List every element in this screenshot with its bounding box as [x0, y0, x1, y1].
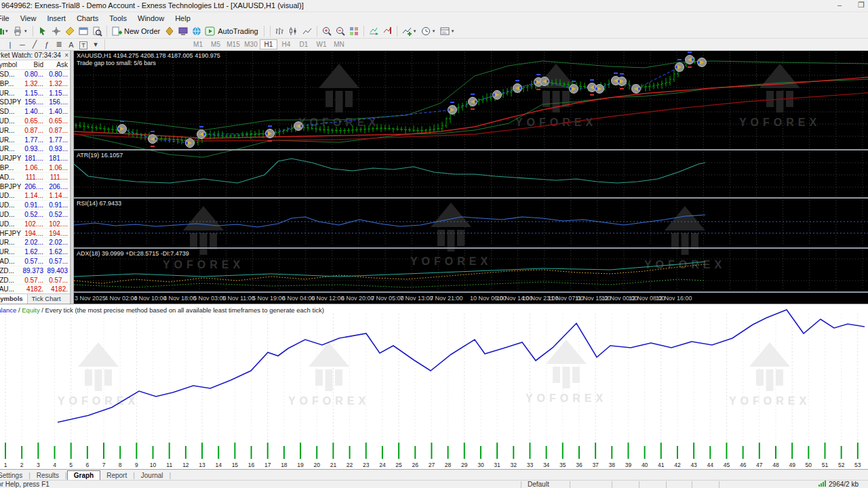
tester-tabs: Settings|Results|GraphReport|Journal| [0, 469, 868, 480]
market-watch-row[interactable]: AUD...0.52...0.52... [0, 210, 70, 220]
timeframe-m1[interactable]: M1 [189, 40, 207, 49]
close-icon[interactable]: × [64, 51, 68, 60]
chart-type-dropdown-icon[interactable]: ▾ [5, 28, 11, 34]
market-watch-row[interactable]: USD...0.80...0.80... [0, 70, 70, 79]
market-watch-row[interactable]: NZD...89.37389.403 [0, 266, 70, 276]
timeframe-m5[interactable]: M5 [207, 40, 224, 49]
tester-tab-results[interactable]: Results [31, 471, 65, 480]
fibonacci-tool-icon[interactable]: ƒ [41, 41, 53, 49]
trendline-tool-icon[interactable]: ╱ [28, 40, 41, 49]
market-watch-row[interactable]: EUR...1.15...1.15... [0, 89, 70, 98]
new-order-icon[interactable] [110, 25, 123, 37]
svg-text:25: 25 [395, 462, 402, 468]
market-watch-row[interactable]: EUR...1.62...1.62... [0, 247, 70, 257]
auto-scroll-icon[interactable] [367, 25, 380, 37]
market-watch-row[interactable]: GBPJPY206....206.... [0, 182, 70, 192]
templates-icon[interactable] [438, 25, 452, 37]
tester-tab-report[interactable]: Report [100, 471, 133, 480]
timeframe-h4[interactable]: H4 [277, 40, 295, 49]
autotrading-button[interactable]: AutoTrading [218, 27, 258, 35]
market-watch-row[interactable]: USDJPY156....156.... [0, 98, 70, 107]
market-watch-row[interactable]: EUR...2.02...2.02... [0, 238, 70, 247]
chart-area[interactable]: YOFOREXYOFOREXYOFOREXYOFOREXYOFOREXYOFOR… [74, 51, 868, 304]
bar-chart-icon[interactable] [273, 25, 287, 37]
cursor-icon[interactable] [36, 25, 50, 37]
new-order-button[interactable]: New Order [124, 27, 160, 35]
horizontal-line-tool-icon[interactable]: ─ [16, 41, 28, 49]
market-watch-row[interactable]: AUD...102....102.... [0, 220, 70, 229]
indicators-icon[interactable] [400, 25, 414, 37]
market-watch-row[interactable]: NZD...0.57...0.57... [0, 276, 70, 285]
menu-window[interactable]: Window [132, 14, 170, 23]
print-dropdown-icon[interactable]: ▾ [24, 28, 30, 34]
timeframe-w1[interactable]: W1 [313, 40, 330, 49]
terminal-icon[interactable] [176, 25, 190, 37]
tester-tab-journal[interactable]: Journal [135, 471, 170, 480]
svg-text:YOFOREX: YOFOREX [739, 117, 821, 128]
market-watch-row[interactable]: EUR...0.93...0.93... [0, 144, 70, 154]
minimize-icon[interactable]: – [831, 1, 848, 11]
tester-graph-panel[interactable]: YOFOREXYOFOREXYOFOREXYOFOREX123456789101… [0, 304, 868, 469]
timeframe-d1[interactable]: D1 [295, 40, 313, 49]
line-chart-icon[interactable] [300, 25, 314, 37]
tester-graph-canvas[interactable]: YOFOREXYOFOREXYOFOREXYOFOREX123456789101… [0, 304, 868, 470]
indicators-dropdown-icon[interactable]: ▾ [414, 28, 419, 34]
strategy-tester-icon[interactable] [90, 25, 104, 37]
styler-icon[interactable] [163, 25, 176, 37]
crosshair-icon[interactable] [50, 25, 63, 37]
new-chart-icon[interactable] [63, 25, 77, 37]
chart-type-icon[interactable] [0, 25, 5, 37]
timeframe-m15[interactable]: M15 [224, 40, 242, 49]
timeframe-m30[interactable]: M30 [242, 40, 260, 49]
menu-view[interactable]: View [15, 14, 42, 23]
zoom-out-icon[interactable] [334, 25, 347, 37]
mql-community-icon[interactable] [190, 25, 203, 37]
market-watch-row[interactable]: AUD...0.65...0.65... [0, 117, 70, 126]
chart-shift-icon[interactable] [380, 25, 394, 37]
ask-cell: 0.57... [45, 257, 70, 266]
tile-windows-icon[interactable] [347, 25, 361, 37]
profiles-icon[interactable] [77, 25, 90, 37]
menu-help[interactable]: Help [170, 14, 196, 23]
channel-tool-icon[interactable]: ≣ [53, 40, 65, 49]
market-watch-row[interactable]: CHFJPY194....194.... [0, 229, 70, 239]
market-watch-row[interactable]: CAD...0.57...0.57... [0, 257, 70, 266]
market-watch-row[interactable]: GBP...1.06...1.06... [0, 163, 70, 173]
vertical-line-tool-icon[interactable]: | [4, 41, 16, 49]
trade-marker [513, 84, 522, 93]
templates-dropdown-icon[interactable]: ▾ [452, 28, 457, 34]
maximize-icon[interactable]: ❐ [853, 1, 868, 11]
zoom-in-icon[interactable] [320, 25, 334, 37]
market-watch-row[interactable]: CAD...111....111.... [0, 173, 70, 182]
market-watch-row[interactable]: AUD...1.14...1.14... [0, 191, 70, 201]
shapes-dropdown-icon[interactable]: ▾ [90, 40, 102, 49]
tester-tab-settings[interactable]: Settings [0, 471, 28, 480]
market-watch-row[interactable]: AUD...0.91...0.91... [0, 201, 70, 210]
timeframe-h1[interactable]: H1 [260, 39, 277, 49]
menu-file[interactable]: File [0, 14, 15, 23]
autotrading-icon[interactable] [203, 25, 217, 37]
market-watch-row[interactable]: EUR...0.87...0.87... [0, 126, 70, 136]
symbol-cell: XAU... [0, 285, 21, 293]
market-watch-row[interactable]: USD...1.40...1.40... [0, 107, 70, 117]
market-watch-row[interactable]: EURJPY181....181.... [0, 154, 70, 163]
text-tool-icon[interactable]: A [65, 41, 77, 49]
ask-cell: 1.62... [45, 247, 70, 256]
print-icon[interactable] [11, 25, 24, 37]
menu-tools[interactable]: Tools [104, 14, 132, 23]
menu-charts[interactable]: Charts [71, 14, 104, 23]
text-label-tool-icon[interactable]: T [77, 41, 90, 49]
market-watch-row[interactable]: EUR...1.77...1.77... [0, 136, 70, 145]
timeframe-mn[interactable]: MN [330, 40, 348, 49]
profile-indicator[interactable]: Default [528, 481, 549, 488]
chart-canvas[interactable]: YOFOREXYOFOREXYOFOREXYOFOREXYOFOREXYOFOR… [74, 51, 868, 304]
market-watch-row[interactable]: XAU...4182.4182. [0, 285, 70, 294]
market-watch-tab-symbols[interactable]: Symbols [0, 294, 28, 304]
candlestick-chart-icon[interactable] [287, 25, 300, 37]
periods-dropdown-icon[interactable]: ▾ [433, 28, 438, 34]
market-watch-tab-tick-chart[interactable]: Tick Chart [28, 294, 65, 304]
market-watch-row[interactable]: GBP...1.32...1.32... [0, 79, 70, 89]
menu-insert[interactable]: Insert [41, 14, 71, 23]
periods-icon[interactable] [419, 25, 433, 37]
tester-tab-graph[interactable]: Graph [67, 470, 100, 480]
